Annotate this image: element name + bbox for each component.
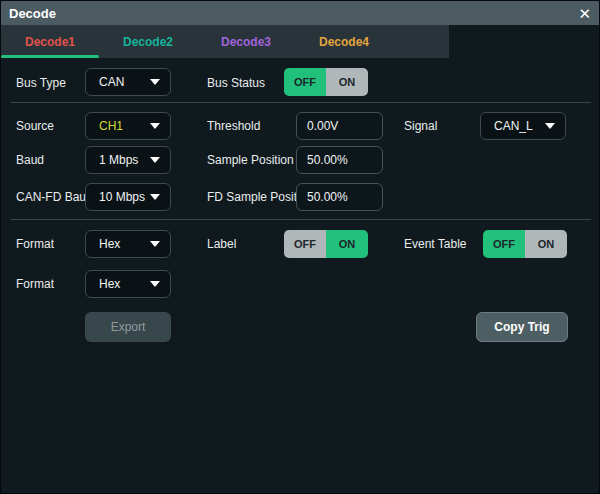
chevron-down-icon <box>545 123 555 129</box>
tab-decode3-label: Decode3 <box>221 35 271 49</box>
separator <box>11 219 591 220</box>
event-table-off-option[interactable]: OFF <box>483 230 525 258</box>
chevron-down-icon <box>150 157 160 163</box>
bus-type-dropdown[interactable]: CAN <box>85 68 171 96</box>
canfd-baud-label: CAN-FD Baud <box>16 190 93 204</box>
label-toggle-label: Label <box>207 237 236 251</box>
bus-status-on-option[interactable]: ON <box>326 68 368 96</box>
label-on-option[interactable]: ON <box>326 230 368 258</box>
tab-bar: Decode1 Decode2 Decode3 Decode4 <box>1 25 449 58</box>
signal-label: Signal <box>404 119 437 133</box>
tab-decode3[interactable]: Decode3 <box>197 25 295 58</box>
sample-position-value: 50.00% <box>307 153 348 167</box>
label-off-option[interactable]: OFF <box>284 230 326 258</box>
threshold-label: Threshold <box>207 119 260 133</box>
bus-status-off-option[interactable]: OFF <box>284 68 326 96</box>
chevron-down-icon <box>150 194 160 200</box>
export-button[interactable]: Export <box>85 312 171 342</box>
format2-dropdown[interactable]: Hex <box>85 270 171 298</box>
signal-dropdown[interactable]: CAN_L <box>480 112 566 140</box>
baud-dropdown[interactable]: 1 Mbps <box>85 146 171 174</box>
tab-decode2-label: Decode2 <box>123 35 173 49</box>
format2-label: Format <box>16 277 54 291</box>
decode-dialog: Decode ✕ Decode1 Decode2 Decode3 Decode4… <box>0 0 600 494</box>
tab-decode4-label: Decode4 <box>319 35 369 49</box>
format-dropdown[interactable]: Hex <box>85 230 171 258</box>
format-label: Format <box>16 237 54 251</box>
tab-decode1-label: Decode1 <box>25 35 75 49</box>
source-dropdown[interactable]: CH1 <box>85 112 171 140</box>
threshold-value: 0.00V <box>307 119 338 133</box>
titlebar: Decode ✕ <box>1 1 600 25</box>
bus-type-label: Bus Type <box>16 76 66 90</box>
fd-sample-position-value: 50.00% <box>307 190 348 204</box>
label-toggle[interactable]: OFF ON <box>284 230 368 258</box>
chevron-down-icon <box>150 123 160 129</box>
event-table-toggle[interactable]: OFF ON <box>483 230 567 258</box>
format-value: Hex <box>99 237 120 251</box>
tab-decode4[interactable]: Decode4 <box>295 25 393 58</box>
event-table-on-option[interactable]: ON <box>525 230 567 258</box>
canfd-baud-value: 10 Mbps <box>99 190 145 204</box>
sample-position-label: Sample Position <box>207 153 294 167</box>
bus-status-toggle[interactable]: OFF ON <box>284 68 368 96</box>
threshold-input[interactable]: 0.00V <box>296 112 383 140</box>
signal-value: CAN_L <box>494 119 533 133</box>
event-table-label: Event Table <box>404 237 467 251</box>
canfd-baud-dropdown[interactable]: 10 Mbps <box>85 183 171 211</box>
copy-trig-button[interactable]: Copy Trig <box>476 312 568 342</box>
chevron-down-icon <box>150 79 160 85</box>
fd-sample-position-input[interactable]: 50.00% <box>296 183 383 211</box>
baud-label: Baud <box>16 153 44 167</box>
bus-status-label: Bus Status <box>207 76 265 90</box>
bus-type-value: CAN <box>99 75 124 89</box>
sample-position-input[interactable]: 50.00% <box>296 146 383 174</box>
tab-decode2[interactable]: Decode2 <box>99 25 197 58</box>
tab-decode1[interactable]: Decode1 <box>1 25 99 58</box>
chevron-down-icon <box>150 241 160 247</box>
separator <box>11 102 591 103</box>
chevron-down-icon <box>150 281 160 287</box>
source-label: Source <box>16 119 54 133</box>
baud-value: 1 Mbps <box>99 153 138 167</box>
close-icon[interactable]: ✕ <box>578 6 591 21</box>
source-value: CH1 <box>99 119 123 133</box>
dialog-title: Decode <box>9 6 56 21</box>
format2-value: Hex <box>99 277 120 291</box>
